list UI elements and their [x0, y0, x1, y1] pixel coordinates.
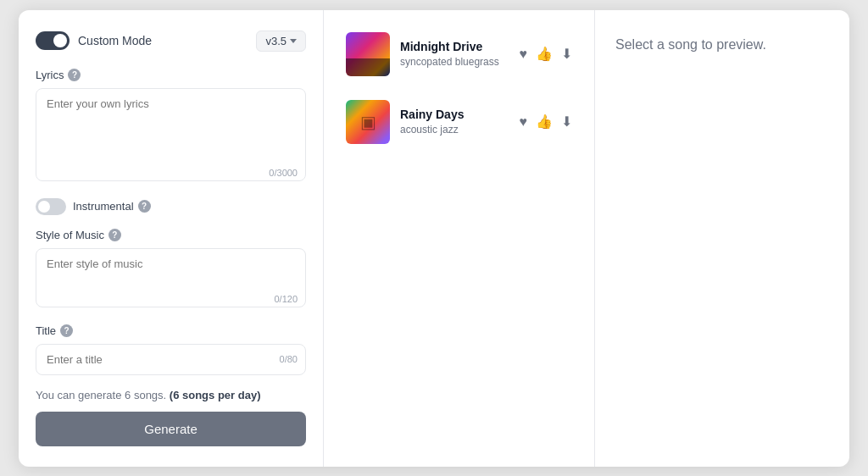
custom-mode-toggle[interactable]	[36, 31, 70, 50]
custom-mode-label: Custom Mode	[78, 34, 152, 47]
left-panel: Custom Mode v3.5 Lyrics ? 0/3000 Instrum…	[19, 10, 324, 467]
instrumental-label: Instrumental ?	[73, 200, 151, 213]
song-title-2: Rainy Days	[400, 108, 509, 121]
song-info-1: Midnight Drive syncopated bluegrass	[400, 40, 509, 68]
song-actions-1: ♥ 👍 ⬇	[520, 46, 573, 62]
right-panel: Select a song to preview.	[595, 10, 849, 467]
song-subtitle-1: syncopated bluegrass	[400, 56, 509, 68]
preview-text: Select a song to preview.	[615, 37, 766, 53]
style-textarea-wrapper: 0/120	[36, 248, 306, 311]
style-help-icon[interactable]: ?	[108, 229, 121, 241]
middle-panel: Midnight Drive syncopated bluegrass ♥ 👍 …	[324, 10, 595, 467]
thumbup-icon-1[interactable]: 👍	[536, 46, 553, 62]
lyrics-char-count: 0/3000	[269, 168, 298, 178]
style-textarea[interactable]	[36, 248, 306, 307]
generate-button[interactable]: Generate	[36, 412, 306, 446]
song-title-1: Midnight Drive	[400, 40, 509, 53]
download-icon-2[interactable]: ⬇	[561, 113, 572, 130]
title-label: Title ?	[36, 324, 306, 337]
lyrics-textarea-wrapper: 0/3000	[36, 88, 306, 185]
lyrics-textarea[interactable]	[36, 88, 306, 181]
lyrics-label: Lyrics ?	[36, 69, 306, 81]
instrumental-row: Instrumental ?	[36, 198, 306, 215]
style-char-count: 0/120	[274, 294, 298, 304]
top-bar-left: Custom Mode	[36, 31, 152, 50]
version-label: v3.5	[265, 35, 287, 47]
heart-icon-1[interactable]: ♥	[520, 47, 528, 62]
app-container: Custom Mode v3.5 Lyrics ? 0/3000 Instrum…	[19, 10, 849, 467]
download-icon-1[interactable]: ⬇	[561, 46, 572, 62]
song-thumbnail-1	[346, 32, 390, 76]
title-help-icon[interactable]: ?	[60, 324, 73, 337]
generate-info-bold: (6 songs per day)	[170, 389, 261, 401]
song-card-1[interactable]: Midnight Drive syncopated bluegrass ♥ 👍 …	[337, 24, 581, 85]
song-actions-2: ♥ 👍 ⬇	[520, 113, 573, 130]
generate-info: You can generate 6 songs. (6 songs per d…	[36, 389, 306, 401]
lyrics-help-icon[interactable]: ?	[68, 69, 81, 81]
song-card-2[interactable]: Rainy Days acoustic jazz ♥ 👍 ⬇	[337, 91, 581, 152]
title-char-count: 0/80	[280, 354, 298, 364]
style-label: Style of Music ?	[36, 229, 306, 241]
thumbup-icon-2[interactable]: 👍	[536, 113, 553, 130]
title-input-wrapper: 0/80	[36, 344, 306, 375]
top-bar: Custom Mode v3.5	[36, 30, 306, 52]
chevron-down-icon	[290, 39, 297, 43]
song-thumbnail-2	[346, 100, 390, 144]
title-input[interactable]	[36, 344, 306, 375]
instrumental-toggle[interactable]	[36, 198, 66, 215]
instrumental-help-icon[interactable]: ?	[138, 200, 151, 213]
song-subtitle-2: acoustic jazz	[400, 124, 509, 136]
song-info-2: Rainy Days acoustic jazz	[400, 108, 509, 136]
version-badge[interactable]: v3.5	[256, 30, 306, 52]
heart-icon-2[interactable]: ♥	[520, 114, 528, 130]
